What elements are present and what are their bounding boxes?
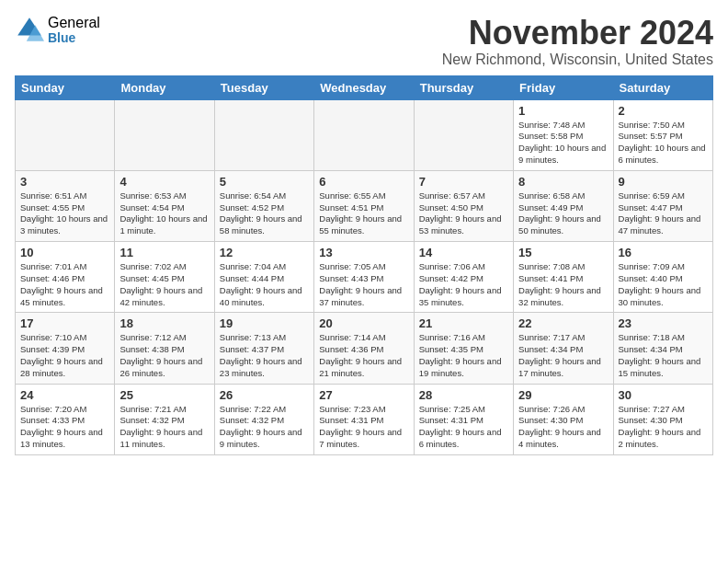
logo: General Blue — [15, 15, 100, 45]
calendar-cell: 25Sunrise: 7:21 AM Sunset: 4:32 PM Dayli… — [115, 384, 214, 454]
day-number: 24 — [20, 388, 109, 402]
day-info: Sunrise: 7:18 AM Sunset: 4:34 PM Dayligh… — [619, 332, 708, 379]
logo-text: General Blue — [48, 15, 100, 45]
day-number: 9 — [619, 175, 708, 189]
day-info: Sunrise: 7:50 AM Sunset: 5:57 PM Dayligh… — [619, 120, 708, 167]
day-number: 19 — [220, 316, 309, 330]
day-number: 21 — [419, 316, 508, 330]
day-info: Sunrise: 6:57 AM Sunset: 4:50 PM Dayligh… — [419, 190, 508, 237]
calendar-cell: 5Sunrise: 6:54 AM Sunset: 4:52 PM Daylig… — [214, 170, 313, 241]
calendar-cell: 13Sunrise: 7:05 AM Sunset: 4:43 PM Dayli… — [314, 242, 414, 313]
day-number: 27 — [319, 388, 408, 402]
day-number: 12 — [220, 246, 309, 259]
calendar-cell — [115, 99, 214, 170]
calendar-header-tuesday: Tuesday — [214, 75, 313, 99]
day-number: 6 — [319, 175, 408, 189]
day-number: 15 — [518, 246, 608, 259]
day-info: Sunrise: 7:22 AM Sunset: 4:32 PM Dayligh… — [220, 404, 309, 451]
day-info: Sunrise: 7:26 AM Sunset: 4:30 PM Dayligh… — [518, 404, 608, 451]
day-info: Sunrise: 7:04 AM Sunset: 4:44 PM Dayligh… — [220, 261, 309, 308]
day-info: Sunrise: 7:05 AM Sunset: 4:43 PM Dayligh… — [319, 261, 408, 308]
calendar-cell: 9Sunrise: 6:59 AM Sunset: 4:47 PM Daylig… — [613, 170, 712, 241]
logo-blue: Blue — [48, 31, 100, 45]
calendar-cell: 11Sunrise: 7:02 AM Sunset: 4:45 PM Dayli… — [115, 242, 214, 313]
day-number: 1 — [518, 104, 608, 118]
day-number: 10 — [20, 246, 109, 259]
day-info: Sunrise: 7:25 AM Sunset: 4:31 PM Dayligh… — [419, 404, 508, 451]
day-number: 11 — [119, 246, 209, 259]
day-number: 2 — [619, 104, 708, 118]
calendar-cell: 8Sunrise: 6:58 AM Sunset: 4:49 PM Daylig… — [514, 170, 613, 241]
calendar-cell: 14Sunrise: 7:06 AM Sunset: 4:42 PM Dayli… — [414, 242, 513, 313]
day-number: 18 — [119, 316, 209, 330]
calendar-header-monday: Monday — [115, 75, 214, 99]
calendar-cell: 23Sunrise: 7:18 AM Sunset: 4:34 PM Dayli… — [613, 313, 712, 384]
day-info: Sunrise: 7:02 AM Sunset: 4:45 PM Dayligh… — [119, 261, 209, 308]
calendar-cell: 16Sunrise: 7:09 AM Sunset: 4:40 PM Dayli… — [613, 242, 712, 313]
day-number: 16 — [619, 246, 708, 259]
calendar-cell: 21Sunrise: 7:16 AM Sunset: 4:35 PM Dayli… — [414, 313, 513, 384]
day-info: Sunrise: 6:58 AM Sunset: 4:49 PM Dayligh… — [518, 190, 608, 237]
month-title: November 2024 — [442, 15, 713, 52]
calendar-header-row: SundayMondayTuesdayWednesdayThursdayFrid… — [16, 75, 713, 99]
day-info: Sunrise: 7:17 AM Sunset: 4:34 PM Dayligh… — [518, 332, 608, 379]
calendar-header-sunday: Sunday — [16, 75, 115, 99]
day-info: Sunrise: 7:10 AM Sunset: 4:39 PM Dayligh… — [20, 332, 109, 379]
day-number: 25 — [119, 388, 209, 402]
day-number: 13 — [319, 246, 408, 259]
calendar-cell: 15Sunrise: 7:08 AM Sunset: 4:41 PM Dayli… — [514, 242, 613, 313]
title-area: November 2024 New Richmond, Wisconsin, U… — [442, 15, 713, 68]
day-number: 20 — [319, 316, 408, 330]
day-info: Sunrise: 6:59 AM Sunset: 4:47 PM Dayligh… — [619, 190, 708, 237]
day-info: Sunrise: 6:51 AM Sunset: 4:55 PM Dayligh… — [20, 190, 109, 237]
calendar-cell: 20Sunrise: 7:14 AM Sunset: 4:36 PM Dayli… — [314, 313, 414, 384]
calendar-cell: 26Sunrise: 7:22 AM Sunset: 4:32 PM Dayli… — [214, 384, 313, 454]
calendar-cell: 18Sunrise: 7:12 AM Sunset: 4:38 PM Dayli… — [115, 313, 214, 384]
day-number: 28 — [419, 388, 508, 402]
calendar-cell: 1Sunrise: 7:48 AM Sunset: 5:58 PM Daylig… — [514, 99, 613, 170]
calendar-week-4: 17Sunrise: 7:10 AM Sunset: 4:39 PM Dayli… — [16, 313, 713, 384]
day-number: 26 — [220, 388, 309, 402]
calendar-cell — [414, 99, 513, 170]
day-info: Sunrise: 6:55 AM Sunset: 4:51 PM Dayligh… — [319, 190, 408, 237]
day-info: Sunrise: 7:06 AM Sunset: 4:42 PM Dayligh… — [419, 261, 508, 308]
calendar-header-friday: Friday — [514, 75, 613, 99]
day-number: 29 — [518, 388, 608, 402]
calendar-cell: 30Sunrise: 7:27 AM Sunset: 4:30 PM Dayli… — [613, 384, 712, 454]
day-number: 14 — [419, 246, 508, 259]
day-number: 17 — [20, 316, 109, 330]
calendar-week-5: 24Sunrise: 7:20 AM Sunset: 4:33 PM Dayli… — [16, 384, 713, 454]
calendar-cell: 3Sunrise: 6:51 AM Sunset: 4:55 PM Daylig… — [16, 170, 115, 241]
calendar-cell — [314, 99, 414, 170]
day-info: Sunrise: 7:08 AM Sunset: 4:41 PM Dayligh… — [518, 261, 608, 308]
calendar-cell: 17Sunrise: 7:10 AM Sunset: 4:39 PM Dayli… — [16, 313, 115, 384]
location-title: New Richmond, Wisconsin, United States — [442, 52, 713, 68]
day-info: Sunrise: 7:27 AM Sunset: 4:30 PM Dayligh… — [619, 404, 708, 451]
day-number: 22 — [518, 316, 608, 330]
calendar-cell: 12Sunrise: 7:04 AM Sunset: 4:44 PM Dayli… — [214, 242, 313, 313]
day-info: Sunrise: 7:21 AM Sunset: 4:32 PM Dayligh… — [119, 404, 209, 451]
day-info: Sunrise: 7:14 AM Sunset: 4:36 PM Dayligh… — [319, 332, 408, 379]
day-info: Sunrise: 7:23 AM Sunset: 4:31 PM Dayligh… — [319, 404, 408, 451]
calendar-cell: 10Sunrise: 7:01 AM Sunset: 4:46 PM Dayli… — [16, 242, 115, 313]
calendar-week-1: 1Sunrise: 7:48 AM Sunset: 5:58 PM Daylig… — [16, 99, 713, 170]
day-info: Sunrise: 7:16 AM Sunset: 4:35 PM Dayligh… — [419, 332, 508, 379]
calendar-cell: 4Sunrise: 6:53 AM Sunset: 4:54 PM Daylig… — [115, 170, 214, 241]
day-number: 23 — [619, 316, 708, 330]
calendar-cell: 24Sunrise: 7:20 AM Sunset: 4:33 PM Dayli… — [16, 384, 115, 454]
day-number: 5 — [220, 175, 309, 189]
calendar-cell: 27Sunrise: 7:23 AM Sunset: 4:31 PM Dayli… — [314, 384, 414, 454]
logo-icon — [15, 15, 44, 44]
calendar-body: 1Sunrise: 7:48 AM Sunset: 5:58 PM Daylig… — [16, 99, 713, 454]
day-number: 4 — [119, 175, 209, 189]
calendar-cell: 6Sunrise: 6:55 AM Sunset: 4:51 PM Daylig… — [314, 170, 414, 241]
header: General Blue November 2024 New Richmond,… — [15, 15, 713, 68]
day-info: Sunrise: 7:20 AM Sunset: 4:33 PM Dayligh… — [20, 404, 109, 451]
calendar-header-wednesday: Wednesday — [314, 75, 414, 99]
calendar-cell: 19Sunrise: 7:13 AM Sunset: 4:37 PM Dayli… — [214, 313, 313, 384]
calendar-cell — [16, 99, 115, 170]
day-number: 7 — [419, 175, 508, 189]
calendar-week-3: 10Sunrise: 7:01 AM Sunset: 4:46 PM Dayli… — [16, 242, 713, 313]
calendar-header-thursday: Thursday — [414, 75, 513, 99]
calendar-cell: 7Sunrise: 6:57 AM Sunset: 4:50 PM Daylig… — [414, 170, 513, 241]
